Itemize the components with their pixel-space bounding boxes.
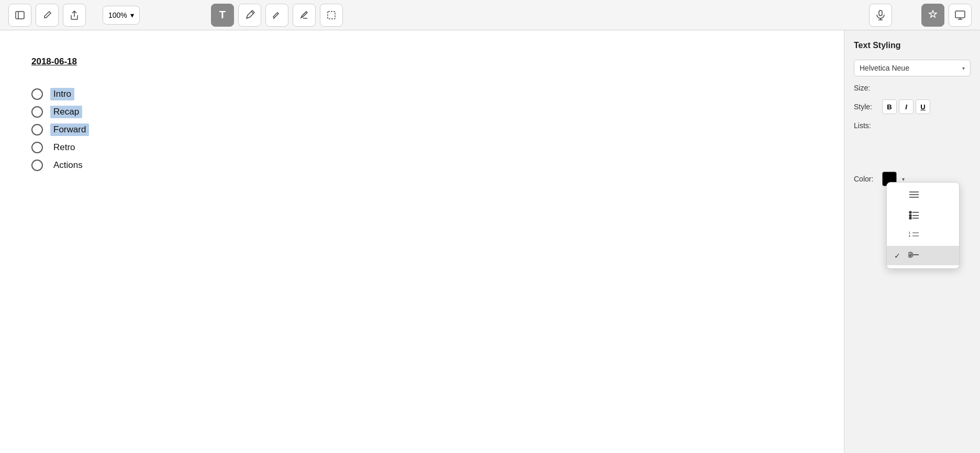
panel-title: Text Styling bbox=[854, 41, 971, 50]
list-item: Forward bbox=[31, 123, 812, 136]
font-selector[interactable]: Helvetica Neue ▾ bbox=[854, 60, 971, 76]
svg-text:2: 2 bbox=[909, 234, 910, 237]
svg-rect-0 bbox=[16, 12, 24, 19]
zoom-arrow: ▾ bbox=[130, 11, 134, 19]
zoom-value: 100% bbox=[108, 11, 127, 19]
zoom-control[interactable]: 100% ▾ bbox=[103, 6, 140, 25]
highlighter-button[interactable] bbox=[265, 4, 288, 27]
color-label: Color: bbox=[854, 175, 877, 183]
font-arrow: ▾ bbox=[962, 65, 965, 71]
main-area: 2018-06-18 Intro Recap Forward Retro Act… bbox=[0, 30, 980, 453]
document-canvas: 2018-06-18 Intro Recap Forward Retro Act… bbox=[0, 30, 844, 453]
underline-button[interactable]: U bbox=[916, 99, 930, 114]
svg-rect-2 bbox=[328, 12, 335, 19]
eraser-button[interactable] bbox=[293, 4, 316, 27]
list-label-forward: Forward bbox=[50, 123, 89, 136]
list-item: Retro bbox=[31, 141, 812, 154]
svg-point-14 bbox=[909, 217, 911, 219]
lists-popup-item-bullet[interactable] bbox=[887, 206, 959, 226]
radio-retro[interactable] bbox=[31, 142, 43, 153]
list-items-container: Intro Recap Forward Retro Actions bbox=[31, 88, 812, 172]
list-item: Actions bbox=[31, 159, 812, 172]
text-tool-button[interactable]: T bbox=[211, 4, 234, 27]
document-date: 2018-06-18 bbox=[31, 56, 812, 67]
radio-actions[interactable] bbox=[31, 160, 43, 171]
lists-popup: 1 2 ✓ bbox=[886, 182, 960, 269]
list-item: Intro bbox=[31, 88, 812, 100]
share-button[interactable] bbox=[63, 4, 86, 27]
pen-tool-button[interactable] bbox=[238, 4, 261, 27]
lists-popup-item-paragraph[interactable] bbox=[887, 186, 959, 206]
right-panel: Text Styling Helvetica Neue ▾ Size: Styl… bbox=[844, 30, 980, 453]
popup-icon-checklist bbox=[908, 250, 920, 261]
pin-button[interactable] bbox=[921, 4, 944, 27]
sidebar-toggle-button[interactable] bbox=[8, 4, 31, 27]
style-row: Style: B I U bbox=[854, 99, 971, 114]
display-button[interactable] bbox=[949, 4, 972, 27]
mic-button[interactable] bbox=[869, 4, 892, 27]
radio-intro[interactable] bbox=[31, 88, 43, 100]
lists-popup-item-numbered[interactable]: 1 2 bbox=[887, 226, 959, 246]
svg-point-12 bbox=[909, 214, 911, 217]
lists-popup-item-checklist[interactable]: ✓ bbox=[887, 246, 959, 265]
popup-check-checklist: ✓ bbox=[894, 252, 903, 260]
selection-button[interactable] bbox=[320, 4, 343, 27]
svg-point-10 bbox=[909, 211, 911, 213]
size-row: Size: bbox=[854, 84, 971, 92]
toolbar: 100% ▾ T bbox=[0, 0, 980, 30]
font-value: Helvetica Neue bbox=[860, 64, 909, 72]
popup-icon-numbered: 1 2 bbox=[908, 231, 920, 242]
popup-icon-paragraph bbox=[908, 190, 920, 202]
font-row: Helvetica Neue ▾ bbox=[854, 60, 971, 76]
style-buttons-group: B I U bbox=[882, 99, 930, 114]
list-label-recap: Recap bbox=[50, 106, 82, 118]
lists-label: Lists: bbox=[854, 121, 877, 130]
lists-row: Lists: bbox=[854, 121, 971, 130]
list-label-intro: Intro bbox=[50, 88, 74, 100]
popup-icon-bullet bbox=[908, 210, 920, 222]
list-label-actions: Actions bbox=[50, 159, 86, 172]
bold-button[interactable]: B bbox=[882, 99, 897, 114]
list-item: Recap bbox=[31, 106, 812, 118]
svg-rect-3 bbox=[879, 10, 882, 16]
radio-recap[interactable] bbox=[31, 106, 43, 118]
edit-button[interactable] bbox=[36, 4, 59, 27]
size-label: Size: bbox=[854, 84, 877, 92]
svg-rect-6 bbox=[955, 11, 965, 18]
list-label-retro: Retro bbox=[50, 141, 79, 154]
color-arrow[interactable]: ▾ bbox=[902, 176, 905, 182]
radio-forward[interactable] bbox=[31, 124, 43, 135]
style-label: Style: bbox=[854, 103, 877, 111]
italic-button[interactable]: I bbox=[899, 99, 914, 114]
